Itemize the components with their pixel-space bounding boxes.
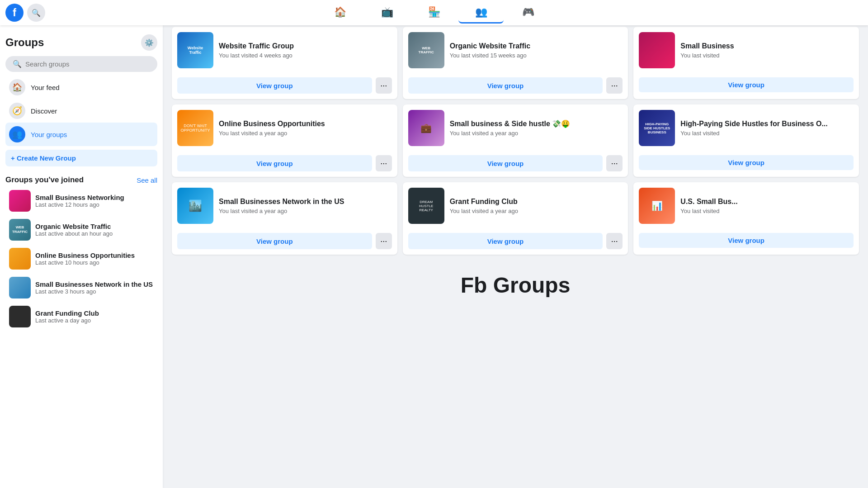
view-group-button-sbiz[interactable]: View group xyxy=(639,77,854,92)
group-card-top: 🏙️ Small Businesses Network in the US Yo… xyxy=(172,182,397,229)
group-card-actions-gfc: View group ··· xyxy=(403,229,628,255)
group-thumb-sbnet xyxy=(9,277,31,298)
sidebar-item-label-feed: Your feed xyxy=(31,84,60,91)
group-card-usmall: 📊 U.S. Small Bus... You last visited Vie… xyxy=(633,182,859,255)
sidebar: Groups ⚙️ 🔍 🏠 Your feed 🧭 Discover 👥 You… xyxy=(0,25,163,325)
feed-icon: 🏠 xyxy=(9,79,25,95)
group-image-placeholder-sbnet: 🏙️ xyxy=(177,188,213,224)
groups-joined-header: Groups you've joined See all xyxy=(5,170,157,186)
group-image-placeholder-gfc: DREAMHUSTLEREALTY xyxy=(408,188,444,224)
more-options-button-sbs[interactable]: ··· xyxy=(606,155,623,171)
group-info-sbiz: Small Business Networking Last active 12… xyxy=(35,194,124,208)
nav-center: 🏠 📺 🏪 👥 🎮 xyxy=(163,2,705,24)
view-group-button-highpay[interactable]: View group xyxy=(639,155,854,170)
view-group-button-owt[interactable]: View group xyxy=(408,77,603,94)
list-item[interactable]: Online Business Opportunities Last activ… xyxy=(5,244,157,273)
group-image-placeholder-usmall: 📊 xyxy=(639,188,675,224)
view-group-button-obo[interactable]: View group xyxy=(177,155,372,171)
group-card-highpay: HIGH-PAYINGSIDE HUSTLESBUSINESS High-Pay… xyxy=(633,104,859,177)
group-info-owt: Organic Website Traffic Last active abou… xyxy=(35,223,113,237)
group-card-sbiz: Small Business You last visited View gro… xyxy=(633,27,859,99)
list-item[interactable]: Grant Funding Club Last active a day ago xyxy=(5,302,157,325)
group-card-wt: WebsiteTraffic Website Traffic Group You… xyxy=(172,27,397,99)
group-card-image-sbs: 💼 xyxy=(408,110,444,146)
nav-home-button[interactable]: 🏠 xyxy=(317,2,363,24)
list-item[interactable]: Small Businesses Network in the US Last … xyxy=(5,273,157,302)
nav-video-button[interactable]: 📺 xyxy=(364,2,410,24)
list-item[interactable]: Small Business Networking Last active 12… xyxy=(5,186,157,215)
main-content: All groups you've joined (9) WebsiteTraf… xyxy=(163,0,868,325)
group-card-top: WebsiteTraffic Website Traffic Group You… xyxy=(172,27,397,74)
group-info-gfc: Grant Funding Club Last active a day ago xyxy=(35,309,99,324)
group-card-actions-usmall: View group xyxy=(633,229,859,253)
group-image-placeholder-obo: DON'T WAITOPPORTUNITY xyxy=(177,110,213,146)
group-card-gfc: DREAMHUSTLEREALTY Grant Funding Club You… xyxy=(403,182,628,255)
group-image-placeholder-sbs: 💼 xyxy=(408,110,444,146)
nav-gaming-button[interactable]: 🎮 xyxy=(505,2,551,24)
more-options-button-obo[interactable]: ··· xyxy=(376,155,392,171)
group-card-actions-sbiz: View group xyxy=(633,74,859,98)
group-card-sbs: 💼 Small business & Side hustle 💸🤑 You la… xyxy=(403,104,628,177)
create-group-button[interactable]: + Create New Group xyxy=(5,150,157,166)
group-card-sbnet: 🏙️ Small Businesses Network in the US Yo… xyxy=(172,182,397,255)
top-navigation: f 🔍 🏠 📺 🏪 👥 🎮 xyxy=(0,0,868,25)
search-icon: 🔍 xyxy=(13,60,22,68)
more-options-button-sbnet[interactable]: ··· xyxy=(376,233,392,249)
discover-icon: 🧭 xyxy=(9,103,25,119)
sidebar-item-label-your-groups: Your groups xyxy=(31,131,67,138)
group-card-top: 💼 Small business & Side hustle 💸🤑 You la… xyxy=(403,104,628,152)
group-image-placeholder-owt: WEBTRAFFIC xyxy=(408,32,444,68)
gear-button[interactable]: ⚙️ xyxy=(141,34,157,51)
group-image-placeholder-highpay: HIGH-PAYINGSIDE HUSTLESBUSINESS xyxy=(639,110,675,146)
group-card-details-usmall: U.S. Small Bus... You last visited xyxy=(680,198,737,214)
group-card-details-obo: Online Business Opportunities You last v… xyxy=(219,120,325,137)
search-button[interactable]: 🔍 xyxy=(27,4,45,22)
see-all-link[interactable]: See all xyxy=(137,176,157,184)
view-group-button-wt[interactable]: View group xyxy=(177,77,372,94)
more-options-button-owt[interactable]: ··· xyxy=(606,77,623,94)
group-card-actions-wt: View group ··· xyxy=(172,74,397,99)
groups-joined-title: Groups you've joined xyxy=(5,175,84,185)
group-card-actions-highpay: View group xyxy=(633,152,859,175)
group-info-sbnet: Small Businesses Network in the US Last … xyxy=(35,280,153,295)
bottom-text: Fb Groups xyxy=(172,255,859,316)
group-image-placeholder-wt: WebsiteTraffic xyxy=(177,32,213,68)
more-options-button-wt[interactable]: ··· xyxy=(376,77,392,94)
view-group-button-sbnet[interactable]: View group xyxy=(177,233,372,249)
search-bar[interactable]: 🔍 xyxy=(5,56,157,72)
group-card-image-gfc: DREAMHUSTLEREALTY xyxy=(408,188,444,224)
groups-grid: WebsiteTraffic Website Traffic Group You… xyxy=(172,27,859,255)
nav-groups-button[interactable]: 👥 xyxy=(458,2,504,24)
group-card-actions-sbs: View group ··· xyxy=(403,152,628,177)
group-thumb-gfc xyxy=(9,306,31,325)
group-card-details-wt: Website Traffic Group You last visited 4… xyxy=(219,42,294,59)
view-group-button-gfc[interactable]: View group xyxy=(408,233,603,249)
group-card-image-wt: WebsiteTraffic xyxy=(177,32,213,68)
create-group-label: + Create New Group xyxy=(11,154,76,162)
groups-heading: Groups xyxy=(5,36,44,49)
nav-left: f 🔍 xyxy=(0,4,163,22)
group-card-details-gfc: Grant Funding Club You last visited a ye… xyxy=(450,198,518,214)
group-card-actions-owt: View group ··· xyxy=(403,74,628,99)
group-card-image-owt: WEBTRAFFIC xyxy=(408,32,444,68)
facebook-logo[interactable]: f xyxy=(5,4,24,22)
group-card-details-highpay: High-Paying Side Hustles for Business O.… xyxy=(680,120,827,137)
group-image-placeholder-sbiz xyxy=(639,32,675,68)
group-card-top: WEBTRAFFIC Organic Website Traffic You l… xyxy=(403,27,628,74)
group-card-owt: WEBTRAFFIC Organic Website Traffic You l… xyxy=(403,27,628,99)
view-group-button-sbs[interactable]: View group xyxy=(408,155,603,171)
list-item[interactable]: WEBTRAFFIC Organic Website Traffic Last … xyxy=(5,215,157,244)
search-input[interactable] xyxy=(25,60,150,68)
view-group-button-usmall[interactable]: View group xyxy=(639,233,854,248)
sidebar-item-discover[interactable]: 🧭 Discover xyxy=(5,99,157,123)
nav-marketplace-button[interactable]: 🏪 xyxy=(411,2,457,24)
your-groups-icon: 👥 xyxy=(9,126,25,142)
group-card-image-usmall: 📊 xyxy=(639,188,675,224)
group-card-image-sbnet: 🏙️ xyxy=(177,188,213,224)
group-card-top: HIGH-PAYINGSIDE HUSTLESBUSINESS High-Pay… xyxy=(633,104,859,152)
more-options-button-gfc[interactable]: ··· xyxy=(606,233,623,249)
group-info-obo: Online Business Opportunities Last activ… xyxy=(35,251,135,266)
group-card-actions-sbnet: View group ··· xyxy=(172,229,397,255)
sidebar-item-your-groups[interactable]: 👥 Your groups xyxy=(5,123,157,146)
sidebar-item-feed[interactable]: 🏠 Your feed xyxy=(5,76,157,99)
